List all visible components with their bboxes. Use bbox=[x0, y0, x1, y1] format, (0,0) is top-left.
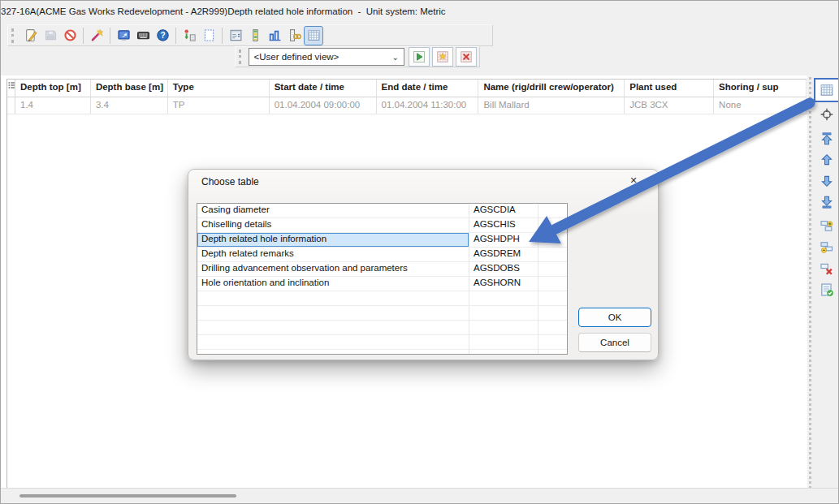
table-list-filler bbox=[538, 262, 567, 276]
column-header[interactable]: Depth base [m] bbox=[91, 80, 168, 97]
table-list-filler bbox=[538, 204, 567, 218]
toolbar-grip[interactable] bbox=[11, 28, 18, 43]
column-header[interactable]: Plant used bbox=[625, 80, 714, 97]
side-toolbar bbox=[807, 75, 838, 490]
table-list-filler bbox=[538, 277, 567, 291]
table-list-filler bbox=[538, 291, 567, 305]
toolbar-separator bbox=[222, 28, 223, 44]
new-template-icon[interactable] bbox=[200, 27, 218, 45]
ok-button[interactable]: OK bbox=[578, 308, 651, 327]
keyboard-icon[interactable] bbox=[134, 27, 152, 45]
table-name: Drilling advancement observation and par… bbox=[197, 262, 469, 276]
cancel-icon[interactable] bbox=[61, 27, 79, 45]
table-code bbox=[469, 335, 538, 349]
table-list-filler bbox=[538, 350, 567, 355]
table-list-empty-row bbox=[197, 321, 567, 335]
close-icon[interactable]: ✕ bbox=[627, 174, 640, 187]
help-icon[interactable]: ? bbox=[154, 27, 171, 45]
column-legend-icon[interactable] bbox=[246, 27, 264, 45]
main-toolbar: ? bbox=[7, 24, 493, 46]
toolbar-band: ? <User defined view> ⌄ bbox=[1, 22, 838, 76]
grid-cell[interactable]: JCB 3CX bbox=[625, 97, 714, 114]
column-header[interactable]: Start date / time bbox=[270, 80, 377, 97]
run-view-icon[interactable] bbox=[409, 47, 430, 67]
table-list-item[interactable]: Depth related hole informationAGSHDPH bbox=[197, 233, 567, 248]
horizontal-scrollbar[interactable] bbox=[1, 488, 838, 503]
project-title: (ACME Gas Works Redevelopment - A2R999) bbox=[36, 6, 227, 16]
table-list-item[interactable]: Depth related remarksAGSDREM bbox=[197, 248, 567, 262]
table-list-item[interactable]: Hole orientation and inclinationAGSHORN bbox=[197, 277, 567, 291]
grid-cell[interactable]: Bill Mallard bbox=[478, 97, 625, 114]
grid-cell[interactable]: None bbox=[714, 97, 807, 114]
horizontal-scrollbar-thumb[interactable] bbox=[19, 494, 236, 498]
goto-cell-icon[interactable] bbox=[818, 106, 836, 123]
grid-cell[interactable]: TP bbox=[168, 97, 270, 114]
display-settings-icon[interactable] bbox=[115, 27, 132, 45]
toolbar-separator bbox=[110, 28, 110, 44]
validate-form-icon[interactable] bbox=[818, 281, 836, 299]
table-list-item[interactable]: Chiselling detailsAGSCHIS bbox=[197, 218, 567, 233]
table-name bbox=[197, 291, 469, 305]
view-toolbar: <User defined view> ⌄ bbox=[235, 46, 480, 67]
table-name bbox=[197, 350, 469, 355]
table-list-empty-row bbox=[197, 306, 567, 321]
table-name: Hole orientation and inclination bbox=[197, 277, 469, 291]
cancel-button[interactable]: Cancel bbox=[578, 333, 651, 352]
delete-rows-icon[interactable] bbox=[818, 260, 836, 278]
chevron-down-icon: ⌄ bbox=[392, 53, 399, 62]
column-header[interactable]: Depth top [m] bbox=[15, 80, 91, 97]
table-name bbox=[197, 321, 469, 334]
table-list-empty-row bbox=[197, 291, 567, 306]
hole-id: 327-16A bbox=[1, 6, 36, 16]
edit-record-icon[interactable] bbox=[22, 27, 40, 45]
grid-cell[interactable]: 1.4 bbox=[15, 97, 91, 114]
table-view-icon[interactable] bbox=[814, 78, 839, 102]
view-title: Depth related hole information - Unit sy… bbox=[227, 6, 445, 16]
grid-cell[interactable]: 3.4 bbox=[91, 97, 168, 114]
grid-cell[interactable]: 01.04.2004 11:30:00 bbox=[377, 97, 479, 114]
table-list-item[interactable]: Drilling advancement observation and par… bbox=[197, 262, 567, 277]
table-code: AGSDOBS bbox=[469, 262, 538, 276]
column-header[interactable]: Name (rig/drill crew/operator) bbox=[478, 80, 625, 97]
table-name: Chiselling details bbox=[197, 218, 469, 232]
toolbar-grip[interactable] bbox=[239, 50, 245, 64]
previous-row-icon[interactable] bbox=[818, 151, 836, 169]
row-selector[interactable] bbox=[7, 97, 15, 114]
form-view-icon[interactable] bbox=[227, 27, 244, 45]
table-list-filler bbox=[538, 218, 567, 232]
paste-rows-icon[interactable] bbox=[818, 239, 836, 256]
copy-rows-icon[interactable] bbox=[818, 218, 836, 235]
find-column-icon[interactable] bbox=[285, 27, 303, 45]
table-code bbox=[469, 350, 538, 355]
column-header[interactable]: End date / time bbox=[377, 80, 479, 97]
table-list: Casing diameterAGSCDIAChiselling details… bbox=[197, 203, 568, 355]
table-list-filler bbox=[538, 321, 567, 334]
choose-table-dialog: Choose table ✕ Casing diameterAGSCDIAChi… bbox=[188, 169, 659, 360]
delete-view-icon[interactable] bbox=[456, 47, 477, 67]
table-view-icon[interactable] bbox=[305, 27, 322, 45]
sidebar-splitter[interactable] bbox=[809, 77, 811, 489]
table-name bbox=[197, 335, 469, 349]
last-row-icon[interactable] bbox=[818, 193, 836, 211]
new-view-icon[interactable] bbox=[432, 47, 453, 67]
view-selector-dropdown[interactable]: <User defined view> ⌄ bbox=[249, 48, 405, 66]
table-name bbox=[197, 306, 469, 320]
table-code: AGSHORN bbox=[469, 277, 538, 291]
table-list-empty-row bbox=[197, 350, 567, 355]
first-row-icon[interactable] bbox=[818, 130, 836, 148]
next-row-icon[interactable] bbox=[818, 172, 836, 190]
toolbar-separator bbox=[175, 28, 176, 44]
grid-cell[interactable]: 01.04.2004 09:00:00 bbox=[270, 97, 377, 114]
import-data-icon[interactable] bbox=[180, 27, 198, 45]
table-list-item[interactable]: Casing diameterAGSCDIA bbox=[197, 204, 567, 218]
chart-view-icon[interactable] bbox=[266, 27, 283, 45]
table-list-filler bbox=[538, 306, 567, 320]
view-selector-value: <User defined view> bbox=[254, 52, 339, 62]
title-bar: 327-16A (ACME Gas Works Redevelopment - … bbox=[1, 1, 838, 23]
column-header[interactable]: Type bbox=[168, 80, 270, 97]
table-list-filler bbox=[538, 233, 567, 247]
grid-header-row: Depth top [m]Depth base [m]TypeStart dat… bbox=[7, 80, 807, 97]
column-header[interactable]: Shoring / sup bbox=[714, 80, 807, 97]
row-menu-icon[interactable] bbox=[7, 80, 15, 97]
wizard-icon[interactable] bbox=[88, 27, 106, 45]
